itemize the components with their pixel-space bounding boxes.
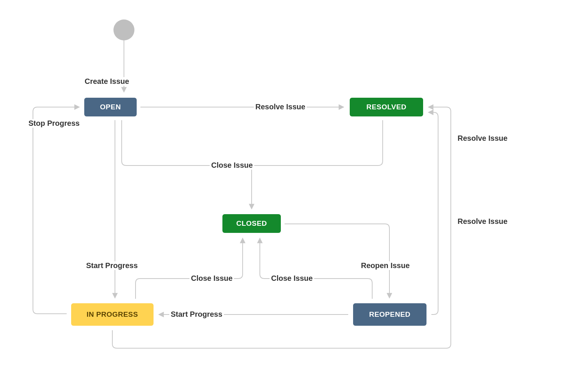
label-reopen: Reopen Issue [359, 261, 411, 270]
label-resolve-open: Resolve Issue [254, 103, 307, 111]
state-open: OPEN [84, 98, 137, 116]
edge-resolve-reopened [428, 112, 438, 314]
start-node [113, 19, 134, 40]
label-resolve-inprog: Resolve Issue [456, 134, 509, 143]
edges-layer [0, 0, 583, 392]
edge-reopen [285, 224, 389, 298]
label-start-open: Start Progress [85, 261, 139, 270]
label-close-merged: Close Issue [210, 161, 254, 170]
label-create: Create Issue [83, 77, 131, 86]
state-resolved: RESOLVED [350, 98, 423, 116]
state-inprogress-label: IN PROGRESS [86, 310, 138, 319]
label-start-reopened: Start Progress [169, 310, 224, 319]
label-resolve-reopened: Resolve Issue [456, 217, 509, 226]
edge-close-merged-open [122, 120, 252, 165]
edge-close-reopened [260, 238, 372, 299]
state-closed-label: CLOSED [236, 219, 267, 228]
label-stop-progress: Stop Progress [27, 119, 81, 128]
state-open-label: OPEN [100, 103, 121, 111]
state-reopened: REOPENED [353, 303, 426, 326]
label-close-reopened: Close Issue [270, 274, 314, 283]
state-closed: CLOSED [222, 214, 281, 233]
state-resolved-label: RESOLVED [366, 103, 406, 111]
edge-stop-progress [33, 107, 79, 314]
label-close-inprog: Close Issue [189, 274, 234, 283]
workflow-diagram: OPEN RESOLVED CLOSED IN PROGRESS REOPENE… [0, 0, 583, 392]
edge-close-merged-resolved [252, 120, 383, 165]
edge-close-inprog [136, 238, 243, 299]
state-reopened-label: REOPENED [369, 310, 411, 319]
state-inprogress: IN PROGRESS [71, 303, 154, 326]
